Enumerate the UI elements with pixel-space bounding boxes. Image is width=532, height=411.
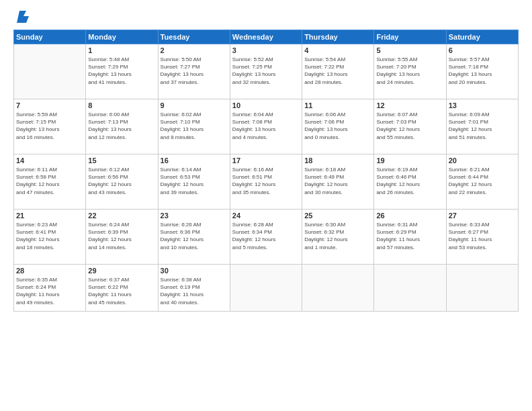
table-row: 28Sunrise: 6:35 AM Sunset: 6:24 PM Dayli… (14, 265, 86, 312)
day-info: Sunrise: 5:57 AM Sunset: 7:18 PM Dayligh… (449, 56, 516, 86)
table-row: 4Sunrise: 5:54 AM Sunset: 7:22 PM Daylig… (302, 44, 374, 99)
day-number: 8 (88, 101, 155, 109)
table-row: 9Sunrise: 6:02 AM Sunset: 7:10 PM Daylig… (158, 99, 230, 154)
day-number: 24 (232, 212, 300, 220)
table-row: 30Sunrise: 6:38 AM Sunset: 6:19 PM Dayli… (158, 265, 230, 312)
day-number: 18 (304, 156, 371, 165)
day-number: 11 (304, 101, 371, 109)
day-number: 2 (161, 46, 228, 54)
day-info: Sunrise: 5:54 AM Sunset: 7:22 PM Dayligh… (304, 56, 371, 86)
table-row: 12Sunrise: 6:07 AM Sunset: 7:03 PM Dayli… (374, 99, 446, 154)
table-row: 3Sunrise: 5:52 AM Sunset: 7:25 PM Daylig… (230, 44, 302, 99)
logo-icon (14, 11, 29, 23)
day-info: Sunrise: 6:28 AM Sunset: 6:34 PM Dayligh… (232, 221, 300, 251)
table-row: 24Sunrise: 6:28 AM Sunset: 6:34 PM Dayli… (230, 210, 302, 265)
day-number: 17 (232, 156, 300, 165)
day-number: 30 (161, 267, 228, 275)
day-info: Sunrise: 6:18 AM Sunset: 6:49 PM Dayligh… (304, 166, 371, 196)
table-row: 15Sunrise: 6:12 AM Sunset: 6:56 PM Dayli… (86, 154, 158, 210)
day-number: 7 (16, 101, 83, 109)
day-info: Sunrise: 5:59 AM Sunset: 7:15 PM Dayligh… (16, 111, 83, 141)
table-row: 19Sunrise: 6:19 AM Sunset: 6:46 PM Dayli… (374, 154, 446, 210)
day-info: Sunrise: 6:12 AM Sunset: 6:56 PM Dayligh… (88, 166, 155, 196)
calendar-header-row: Sunday Monday Tuesday Wednesday Thursday… (14, 30, 519, 44)
table-row: 20Sunrise: 6:21 AM Sunset: 6:44 PM Dayli… (446, 154, 518, 210)
day-info: Sunrise: 5:55 AM Sunset: 7:20 PM Dayligh… (376, 56, 443, 86)
table-row: 8Sunrise: 6:00 AM Sunset: 7:13 PM Daylig… (86, 99, 158, 154)
day-number: 27 (449, 212, 516, 220)
day-info: Sunrise: 6:38 AM Sunset: 6:19 PM Dayligh… (161, 276, 228, 306)
day-number: 1 (88, 46, 155, 54)
table-row: 5Sunrise: 5:55 AM Sunset: 7:20 PM Daylig… (374, 44, 446, 99)
day-info: Sunrise: 5:50 AM Sunset: 7:27 PM Dayligh… (161, 56, 228, 86)
day-info: Sunrise: 6:31 AM Sunset: 6:29 PM Dayligh… (376, 221, 443, 251)
day-info: Sunrise: 6:33 AM Sunset: 6:27 PM Dayligh… (449, 221, 516, 251)
table-row: 2Sunrise: 5:50 AM Sunset: 7:27 PM Daylig… (158, 44, 230, 99)
day-info: Sunrise: 6:02 AM Sunset: 7:10 PM Dayligh… (161, 111, 228, 141)
table-row: 11Sunrise: 6:06 AM Sunset: 7:06 PM Dayli… (302, 99, 374, 154)
day-info: Sunrise: 5:52 AM Sunset: 7:25 PM Dayligh… (232, 56, 300, 86)
day-info: Sunrise: 6:04 AM Sunset: 7:08 PM Dayligh… (232, 111, 300, 141)
day-number: 6 (449, 46, 516, 54)
col-friday: Friday (374, 30, 446, 44)
svg-marker-0 (17, 11, 29, 23)
table-row: 26Sunrise: 6:31 AM Sunset: 6:29 PM Dayli… (374, 210, 446, 265)
day-info: Sunrise: 6:06 AM Sunset: 7:06 PM Dayligh… (304, 111, 371, 141)
day-info: Sunrise: 6:26 AM Sunset: 6:36 PM Dayligh… (161, 221, 228, 251)
table-row: 23Sunrise: 6:26 AM Sunset: 6:36 PM Dayli… (158, 210, 230, 265)
table-row (230, 265, 302, 312)
day-info: Sunrise: 6:35 AM Sunset: 6:24 PM Dayligh… (16, 276, 83, 306)
col-wednesday: Wednesday (230, 30, 302, 44)
table-row: 13Sunrise: 6:09 AM Sunset: 7:01 PM Dayli… (446, 99, 518, 154)
day-info: Sunrise: 6:21 AM Sunset: 6:44 PM Dayligh… (449, 166, 516, 196)
day-number: 29 (88, 267, 155, 275)
day-number: 20 (449, 156, 516, 165)
table-row (446, 265, 518, 312)
col-saturday: Saturday (446, 30, 518, 44)
table-row (302, 265, 374, 312)
table-row: 17Sunrise: 6:16 AM Sunset: 6:51 PM Dayli… (230, 154, 302, 210)
logo (13, 11, 29, 23)
day-number: 13 (449, 101, 516, 109)
day-number: 28 (16, 267, 83, 275)
day-number: 3 (232, 46, 300, 54)
day-number: 19 (376, 156, 443, 165)
table-row: 27Sunrise: 6:33 AM Sunset: 6:27 PM Dayli… (446, 210, 518, 265)
col-monday: Monday (86, 30, 158, 44)
day-number: 4 (304, 46, 371, 54)
calendar-table: Sunday Monday Tuesday Wednesday Thursday… (13, 30, 519, 312)
day-info: Sunrise: 6:11 AM Sunset: 6:58 PM Dayligh… (16, 166, 83, 196)
table-row: 21Sunrise: 6:23 AM Sunset: 6:41 PM Dayli… (14, 210, 86, 265)
table-row (14, 44, 86, 99)
day-number: 9 (161, 101, 228, 109)
day-info: Sunrise: 6:00 AM Sunset: 7:13 PM Dayligh… (88, 111, 155, 141)
day-number: 23 (161, 212, 228, 220)
day-info: Sunrise: 6:07 AM Sunset: 7:03 PM Dayligh… (376, 111, 443, 141)
table-row: 7Sunrise: 5:59 AM Sunset: 7:15 PM Daylig… (14, 99, 86, 154)
day-number: 26 (376, 212, 443, 220)
day-info: Sunrise: 6:24 AM Sunset: 6:39 PM Dayligh… (88, 221, 155, 251)
day-number: 15 (88, 156, 155, 165)
day-number: 10 (232, 101, 300, 109)
table-row: 10Sunrise: 6:04 AM Sunset: 7:08 PM Dayli… (230, 99, 302, 154)
day-info: Sunrise: 6:14 AM Sunset: 6:53 PM Dayligh… (161, 166, 228, 196)
table-row (374, 265, 446, 312)
col-tuesday: Tuesday (158, 30, 230, 44)
table-row: 22Sunrise: 6:24 AM Sunset: 6:39 PM Dayli… (86, 210, 158, 265)
day-number: 5 (376, 46, 443, 54)
page-header (13, 11, 519, 23)
day-info: Sunrise: 5:48 AM Sunset: 7:29 PM Dayligh… (88, 56, 155, 86)
table-row: 18Sunrise: 6:18 AM Sunset: 6:49 PM Dayli… (302, 154, 374, 210)
col-sunday: Sunday (14, 30, 86, 44)
day-info: Sunrise: 6:09 AM Sunset: 7:01 PM Dayligh… (449, 111, 516, 141)
table-row: 14Sunrise: 6:11 AM Sunset: 6:58 PM Dayli… (14, 154, 86, 210)
table-row: 1Sunrise: 5:48 AM Sunset: 7:29 PM Daylig… (86, 44, 158, 99)
col-thursday: Thursday (302, 30, 374, 44)
table-row: 25Sunrise: 6:30 AM Sunset: 6:32 PM Dayli… (302, 210, 374, 265)
day-number: 12 (376, 101, 443, 109)
day-info: Sunrise: 6:19 AM Sunset: 6:46 PM Dayligh… (376, 166, 443, 196)
day-number: 21 (16, 212, 83, 220)
day-info: Sunrise: 6:30 AM Sunset: 6:32 PM Dayligh… (304, 221, 371, 251)
day-number: 22 (88, 212, 155, 220)
day-info: Sunrise: 6:16 AM Sunset: 6:51 PM Dayligh… (232, 166, 300, 196)
